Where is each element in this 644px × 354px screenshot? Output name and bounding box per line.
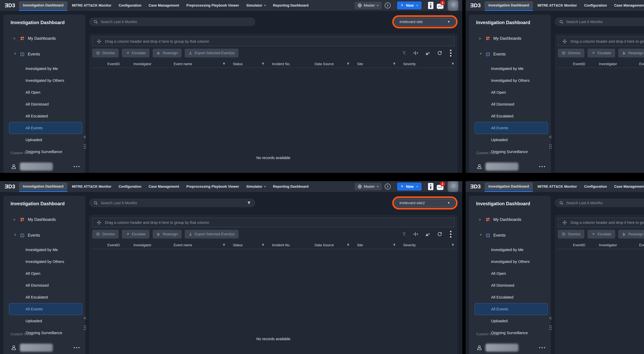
column-resize-icon[interactable]: [413, 50, 418, 56]
sidebar-group-my-dashboards[interactable]: > My Dashboards: [14, 217, 85, 222]
sidebar-group-my-dashboards[interactable]: > My Dashboards: [479, 217, 551, 222]
group-drop-zone[interactable]: Drag a column header and drop it here to…: [92, 218, 454, 227]
nav-item[interactable]: Case Management >: [145, 0, 183, 11]
column-header[interactable]: Event name: [170, 60, 229, 68]
search-input[interactable]: [566, 201, 644, 205]
nav-item[interactable]: Preprocessing Playbook Viewer >: [183, 0, 243, 11]
bulk-action-button[interactable]: Reassign: [618, 49, 644, 57]
tenant-selector[interactable]: Master >: [354, 2, 382, 9]
drag-handle-icon[interactable]: [549, 325, 552, 330]
column-header[interactable]: Incident No.: [268, 242, 311, 249]
sidebar-view-item[interactable]: Investigated by Me: [9, 63, 82, 75]
tenant-selector[interactable]: Master >: [354, 183, 382, 190]
sidebar-view-item[interactable]: All Escalated: [9, 110, 82, 122]
nav-item[interactable]: Investigation Dashboard >: [484, 183, 533, 191]
column-header[interactable]: EventID: [92, 60, 130, 68]
nav-item[interactable]: Reporting Dashboard >: [269, 0, 312, 11]
column-header[interactable]: Investigator: [130, 60, 170, 68]
bulk-action-button[interactable]: Dismiss: [558, 49, 584, 57]
nav-item[interactable]: MITRE ATT&CK Monitor >: [534, 181, 580, 192]
filter-icon[interactable]: [392, 243, 396, 247]
sidebar-view-item[interactable]: All Dismissed: [9, 98, 82, 110]
column-header[interactable]: Severity: [399, 242, 458, 249]
info-icon[interactable]: i: [385, 3, 391, 8]
sidebar-view-item[interactable]: All Open: [475, 268, 548, 279]
sidebar-collapse-icon[interactable]: >: [84, 315, 86, 321]
column-header[interactable]: Site: [353, 60, 399, 68]
new-button[interactable]: + New >: [397, 183, 422, 191]
analytics-icon[interactable]: [425, 50, 430, 56]
column-header[interactable]: Investigator: [595, 60, 635, 68]
sidebar-group-events[interactable]: > Events: [479, 233, 551, 238]
sidebar-collapse-icon[interactable]: >: [549, 315, 552, 321]
column-header[interactable]: EventID: [558, 60, 595, 68]
chat-icon[interactable]: 1: [436, 2, 444, 10]
site-dropdown[interactable]: irrelevant-site ▼: [395, 18, 455, 26]
refresh-icon[interactable]: [437, 232, 442, 237]
user-menu-ellipsis-icon[interactable]: •••: [539, 345, 546, 350]
bulk-action-button[interactable]: Dismiss: [558, 230, 584, 239]
column-header[interactable]: Status: [229, 242, 268, 249]
group-drop-zone[interactable]: Drag a column header and drop it here to…: [92, 37, 454, 46]
more-options-icon[interactable]: [449, 230, 452, 238]
nav-item[interactable]: Investigation Dashboard >: [19, 1, 67, 9]
nav-item[interactable]: Configuration >: [580, 181, 610, 192]
nav-item[interactable]: Case Management >: [145, 181, 183, 192]
sidebar-view-item[interactable]: All Events: [475, 122, 548, 134]
clear-filters-icon[interactable]: [402, 232, 406, 237]
bulk-action-button[interactable]: Export Selected Event(s): [185, 49, 238, 57]
info-icon[interactable]: i: [385, 184, 391, 190]
nav-item[interactable]: Reporting Dashboard >: [269, 181, 312, 192]
sidebar-group-events[interactable]: > Events: [14, 233, 85, 238]
sidebar-view-item[interactable]: Investigated by Me: [475, 244, 548, 256]
column-header[interactable]: Event name: [635, 242, 644, 249]
sidebar-group-events[interactable]: > Events: [479, 52, 551, 57]
bulk-action-button[interactable]: Reassign: [153, 230, 182, 239]
user-menu-ellipsis-icon[interactable]: •••: [539, 164, 546, 169]
search-box[interactable]: [89, 18, 255, 26]
bulk-action-button[interactable]: Escalate: [122, 49, 150, 57]
column-header[interactable]: Data Source: [311, 60, 353, 68]
analytics-icon[interactable]: [425, 231, 430, 237]
column-header[interactable]: Investigator: [595, 242, 635, 249]
site-dropdown[interactable]: irrelevant-site2 ▼: [395, 199, 455, 207]
sidebar-group-events[interactable]: > Events: [14, 52, 85, 57]
nav-item[interactable]: Configuration >: [580, 0, 610, 11]
sidebar-view-item[interactable]: Investigated by Others: [475, 75, 548, 86]
nav-item[interactable]: Case Management >: [610, 181, 644, 192]
nav-item[interactable]: Investigation Dashboard >: [484, 1, 533, 9]
column-header[interactable]: EventID: [92, 242, 130, 249]
column-header[interactable]: Status: [229, 60, 268, 68]
nav-item[interactable]: MITRE ATT&CK Monitor >: [68, 181, 115, 192]
sidebar-view-item[interactable]: Uploaded: [475, 134, 548, 146]
sidebar-collapse-icon[interactable]: >: [84, 134, 86, 140]
filter-icon[interactable]: [451, 62, 454, 66]
avatar[interactable]: [448, 181, 458, 192]
filter-icon[interactable]: [261, 243, 265, 247]
sidebar-view-item[interactable]: All Escalated: [9, 291, 82, 303]
filter-icon[interactable]: [346, 243, 350, 247]
sidebar-view-item[interactable]: All Open: [9, 268, 82, 279]
bulk-action-button[interactable]: Dismiss: [92, 230, 119, 239]
group-drop-zone[interactable]: Drag a column header and drop it here to…: [558, 37, 644, 46]
nav-item[interactable]: Investigation Dashboard >: [19, 183, 67, 191]
drag-handle-icon[interactable]: [83, 325, 86, 330]
user-menu-ellipsis-icon[interactable]: •••: [74, 345, 81, 350]
bulk-action-button[interactable]: Escalate: [588, 230, 615, 239]
bulk-action-button[interactable]: Reassign: [153, 49, 182, 57]
sidebar-collapse-icon[interactable]: >: [549, 134, 552, 140]
chat-icon[interactable]: 1: [436, 183, 444, 191]
sidebar-group-my-dashboards[interactable]: > My Dashboards: [479, 36, 551, 41]
column-header[interactable]: Event name: [170, 242, 229, 249]
release-notes-icon[interactable]: [428, 2, 434, 9]
sidebar-view-item[interactable]: All Open: [9, 86, 82, 98]
sidebar-view-item[interactable]: All Events: [9, 122, 82, 134]
bulk-action-button[interactable]: Export Selected Event(s): [185, 230, 238, 239]
sidebar-view-item[interactable]: All Events: [9, 303, 82, 315]
sidebar-view-item[interactable]: Investigated by Others: [9, 75, 82, 86]
clear-filters-icon[interactable]: [402, 51, 406, 56]
group-drop-zone[interactable]: Drag a column header and drop it here to…: [558, 218, 644, 227]
sidebar-view-item[interactable]: Uploaded: [475, 315, 548, 327]
filter-icon[interactable]: [451, 243, 454, 247]
release-notes-icon[interactable]: [428, 183, 434, 190]
